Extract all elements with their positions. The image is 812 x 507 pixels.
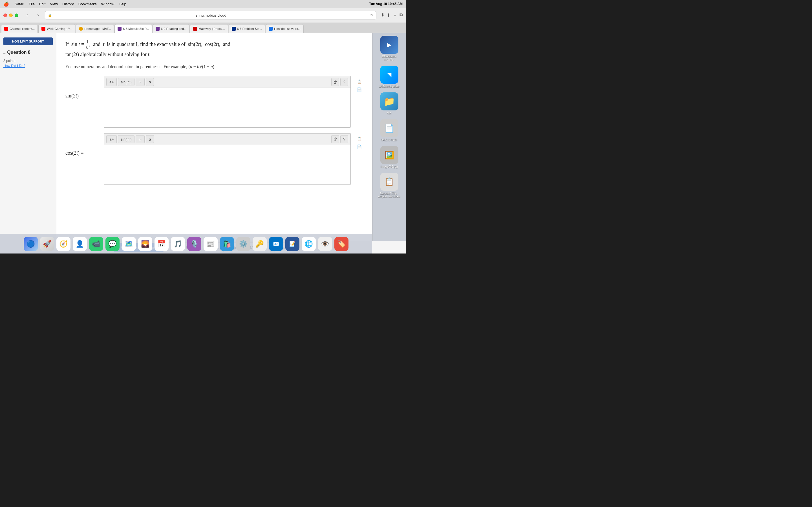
menubar-safari[interactable]: Safari: [15, 2, 24, 6]
close-button[interactable]: [3, 13, 7, 17]
infinity-btn-sin2t[interactable]: ∞: [136, 78, 144, 86]
trash-icon-sin2t[interactable]: 🗑: [331, 78, 339, 86]
share-icon[interactable]: ⬆: [387, 12, 391, 18]
dock-safari[interactable]: 🧭: [56, 237, 70, 251]
tab-favicon: [4, 27, 8, 31]
dock-launchpad[interactable]: 🚀: [40, 237, 54, 251]
minimize-button[interactable]: [9, 13, 13, 17]
dock-word[interactable]: 📝: [285, 237, 299, 251]
tab-wick-gaming[interactable]: Wick Gaming - Y...: [38, 24, 75, 33]
menubar-time: Tue Aug 10 10:45 AM: [369, 2, 403, 6]
cos2t-label: cos(2t) =: [65, 133, 99, 156]
dock-podcasts[interactable]: 🎙️: [187, 237, 201, 251]
alpha-btn-cos2t[interactable]: α: [146, 135, 154, 143]
how-did-i-do-link[interactable]: How Did I Do?: [3, 64, 53, 68]
help-icon-cos2t[interactable]: ?: [340, 135, 348, 143]
points-label: 8 points: [3, 59, 53, 63]
dock-keychain[interactable]: 🔑: [253, 237, 267, 251]
back-nav-button[interactable]: ‹: [23, 11, 31, 19]
dock-messages[interactable]: 💬: [105, 237, 119, 251]
tab-homepage-mat[interactable]: Homepage - MAT...: [76, 24, 114, 33]
vin-folder-icon[interactable]: 📁 Vin: [378, 93, 401, 115]
tab-favicon: [42, 27, 45, 31]
apple-menu[interactable]: 🍎: [3, 1, 9, 7]
tab-6-3-problem[interactable]: 6-3 Problem Set...: [229, 24, 265, 33]
ssl-lock-icon: 🔒: [48, 13, 52, 17]
dock-photos[interactable]: 🌄: [138, 237, 152, 251]
tab-overview-icon[interactable]: ⧉: [400, 12, 403, 18]
new-tab-icon[interactable]: ＋: [393, 12, 397, 18]
tab-favicon: [79, 27, 83, 31]
superscript-btn-cos2t[interactable]: ab: [106, 135, 117, 143]
download-icon[interactable]: ⬇: [381, 12, 385, 18]
sin2t-editor: ab sin(a) ∞ α 🗑 ?: [104, 76, 351, 128]
paste-icon-cos2t[interactable]: 📄: [355, 144, 363, 150]
dock-finder[interactable]: 🔵: [24, 237, 38, 251]
copy-icon-cos2t[interactable]: 📋: [355, 135, 363, 142]
superscript-btn-sin2t[interactable]: ab: [106, 78, 117, 86]
dock-music[interactable]: 🎵: [171, 237, 185, 251]
dock-maps[interactable]: 🗺️: [122, 237, 136, 251]
address-bar[interactable]: 🔒 snhu.mobius.cloud ↻: [45, 11, 376, 19]
vin-label: Vin: [387, 112, 391, 115]
image005-label: image005.jpg: [380, 165, 398, 168]
main-content: If sin t = 18, and t is in quadrant I, f…: [56, 33, 372, 241]
dock-facetime[interactable]: 📹: [89, 237, 103, 251]
sidebar: NON-LIMIT SUPPORT – Question 8 8 points …: [0, 33, 56, 241]
reload-icon[interactable]: ↻: [370, 13, 373, 17]
image005-icon[interactable]: 🖼️ image005.jpg: [378, 146, 401, 168]
tab-label: Wick Gaming - Y...: [47, 27, 72, 31]
tab-how-do-i[interactable]: How do I solve (c...: [266, 24, 304, 33]
sin-btn-cos2t[interactable]: sin(a): [118, 135, 135, 143]
tab-mathway[interactable]: Mathway | Precal...: [190, 24, 228, 33]
tab-6-3-module[interactable]: 6-3 Module Six P...: [114, 24, 152, 33]
sin2t-input-area[interactable]: [104, 88, 350, 127]
dock-coupon[interactable]: 🏷️: [335, 237, 349, 251]
8421bmath-icon[interactable]: 📄 8421 b math: [378, 119, 401, 142]
menubar-help[interactable]: Help: [119, 2, 126, 6]
canceltrip-icon[interactable]: 📋 Cancel A Trip - omplet...Air Lines: [378, 173, 401, 198]
bluestacks-icon[interactable]: ▶ BlueStacks Installer: [378, 36, 401, 61]
copy-icon-sin2t[interactable]: 📋: [355, 78, 363, 85]
menubar-file[interactable]: File: [29, 2, 35, 6]
sidebar-header: NON-LIMIT SUPPORT: [3, 38, 53, 45]
dock-calendar[interactable]: 📅: [154, 237, 168, 251]
tab-6-2-reading[interactable]: 6-2 Reading and...: [153, 24, 190, 33]
cos2t-input-area[interactable]: [104, 145, 350, 184]
tab-channel-content[interactable]: Channel content...: [1, 24, 38, 33]
alpha-btn-sin2t[interactable]: α: [146, 78, 154, 86]
tab-favicon: [156, 27, 160, 31]
maximize-button[interactable]: [15, 13, 18, 17]
help-icon-sin2t[interactable]: ?: [340, 78, 348, 86]
menubar-view[interactable]: View: [50, 2, 58, 6]
menubar-window[interactable]: Window: [101, 2, 114, 6]
sin-btn-sin2t[interactable]: sin(a): [118, 78, 135, 86]
sin2t-toolbar: ab sin(a) ∞ α 🗑 ?: [104, 76, 350, 88]
traffic-lights: [3, 13, 18, 17]
dock-systemprefs[interactable]: ⚙️: [236, 237, 250, 251]
forward-nav-button[interactable]: ›: [34, 11, 42, 19]
paste-icon-sin2t[interactable]: 📄: [355, 86, 363, 93]
dock-chrome[interactable]: 🌐: [302, 237, 316, 251]
page-layout: NON-LIMIT SUPPORT – Question 8 8 points …: [0, 33, 406, 241]
menubar-edit[interactable]: Edit: [39, 2, 45, 6]
dock: 🔵 🚀 🧭 👤 📹 💬 🗺️ 🌄 📅 🎵 🎙️ 📰 🛍️ ⚙️ 🔑 📧 📝 🌐 …: [0, 234, 372, 253]
menubar: 🍎 Safari File Edit View History Bookmark…: [0, 0, 406, 8]
articlient-icon[interactable]: ◥ artiClientUpdate: [378, 66, 401, 88]
trash-icon-cos2t[interactable]: 🗑: [331, 135, 339, 143]
question-text: If sin t = 18, and t is in quadrant I, f…: [65, 40, 363, 59]
dock-news[interactable]: 📰: [204, 237, 218, 251]
tab-favicon: [269, 27, 273, 31]
tab-label: 6-3 Problem Set...: [237, 27, 262, 31]
dock-appstore[interactable]: 🛍️: [220, 237, 234, 251]
cos2t-editor: ab sin(a) ∞ α 🗑 ?: [104, 133, 351, 185]
dock-outlook[interactable]: 📧: [269, 237, 283, 251]
dock-contacts[interactable]: 👤: [73, 237, 87, 251]
dock-preview[interactable]: 👁️: [318, 237, 332, 251]
toolbar-icons: ⬇ ⬆ ＋ ⧉: [381, 12, 403, 18]
browser-chrome: ‹ › 🔒 snhu.mobius.cloud ↻ ⬇ ⬆ ＋ ⧉ Channe…: [0, 8, 406, 33]
infinity-btn-cos2t[interactable]: ∞: [136, 135, 144, 143]
menubar-bookmarks[interactable]: Bookmarks: [79, 2, 97, 6]
tab-label: Mathway | Precal...: [199, 27, 225, 31]
menubar-history[interactable]: History: [62, 2, 73, 6]
